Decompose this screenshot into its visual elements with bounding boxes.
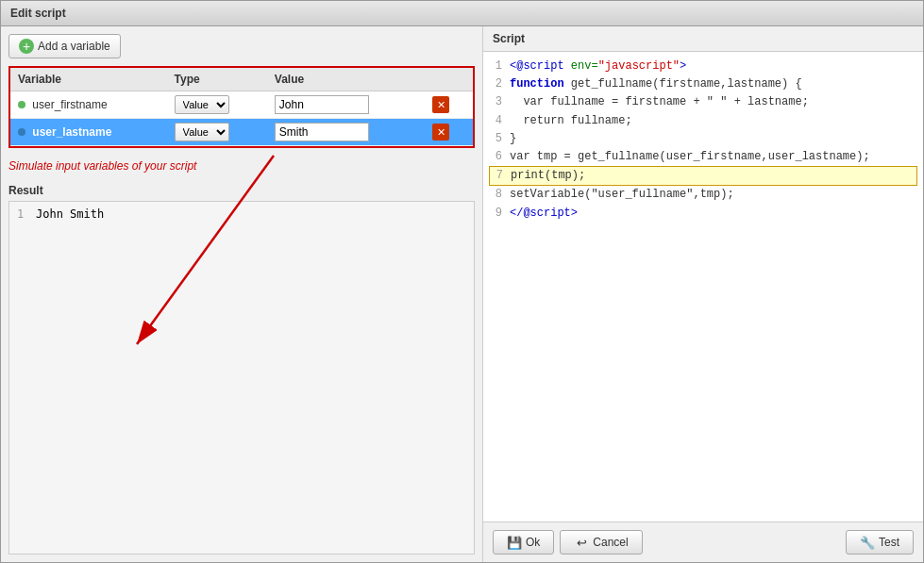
line-number: 5 — [489, 130, 502, 148]
code-line: 4 return fullname; — [489, 112, 917, 130]
line-number: 9 — [489, 205, 502, 223]
edit-script-dialog: Edit script + Add a variable Variable Ty… — [0, 0, 924, 563]
col-header-variable: Variable — [10, 68, 167, 91]
result-section: Result 1 John Smith — [8, 184, 475, 555]
code-content: var fullname = firstname + " " + lastnam… — [510, 93, 809, 111]
var-name-cell: user_lastname — [10, 119, 167, 146]
right-panel: Script 1 <@script env="javascript"> 2 fu… — [482, 26, 923, 562]
result-line: 1 John Smith — [17, 207, 466, 221]
code-line: 6 var tmp = get_fullname(user_firstname,… — [489, 148, 917, 166]
line-number: 4 — [489, 112, 502, 130]
var-type-cell: Value Expr — [167, 119, 267, 146]
cancel-button[interactable]: ↩ Cancel — [560, 530, 642, 555]
var-value-input[interactable] — [275, 123, 369, 141]
code-line: 3 var fullname = firstname + " " + lastn… — [489, 93, 917, 111]
var-name-cell: user_firstname — [10, 91, 167, 119]
col-header-actions — [424, 68, 473, 91]
ok-label: Ok — [526, 536, 540, 549]
add-variable-button[interactable]: + Add a variable — [8, 34, 121, 58]
var-value-cell — [267, 119, 424, 146]
plus-icon: + — [19, 39, 34, 54]
ok-icon: 💾 — [507, 535, 522, 550]
result-line-number: 1 — [17, 207, 32, 221]
code-line: 5 } — [489, 130, 917, 148]
cancel-label: Cancel — [593, 536, 628, 549]
result-box: 1 John Smith — [8, 201, 475, 555]
var-name: user_lastname — [32, 125, 111, 139]
code-content: print(tmp); — [511, 167, 585, 185]
code-line: 8 setVariable("user_fullname",tmp); — [489, 186, 917, 204]
code-line: 9 </@script> — [489, 205, 917, 223]
line-number: 6 — [489, 148, 502, 166]
line-number: 3 — [489, 93, 502, 111]
dialog-body: + Add a variable Variable Type Value — [1, 26, 923, 562]
code-line-highlighted: 7 print(tmp); — [489, 166, 917, 186]
code-area: 1 <@script env="javascript"> 2 function … — [483, 52, 923, 522]
code-content: <@script env="javascript"> — [510, 58, 686, 75]
line-number: 1 — [489, 58, 502, 75]
var-type-cell: Value Expr — [167, 91, 267, 119]
add-variable-label: Add a variable — [38, 40, 110, 53]
footer-left: 💾 Ok ↩ Cancel — [493, 530, 643, 555]
line-number: 7 — [490, 167, 503, 185]
line-number: 2 — [489, 75, 502, 93]
var-delete-cell: ✕ — [424, 91, 473, 119]
var-dot-blue — [18, 128, 25, 136]
var-type-select[interactable]: Value Expr — [175, 95, 229, 114]
ok-button[interactable]: 💾 Ok — [493, 530, 554, 555]
delete-icon: ✕ — [432, 124, 449, 141]
test-button[interactable]: 🔧 Test — [846, 530, 914, 555]
code-line: 2 function get_fullname(firstname,lastna… — [489, 75, 917, 93]
var-dot-green — [18, 101, 25, 108]
code-content: function get_fullname(firstname,lastname… — [510, 75, 802, 93]
test-icon: 🔧 — [860, 535, 875, 550]
var-delete-cell: ✕ — [424, 119, 473, 146]
delete-icon: ✕ — [432, 96, 449, 113]
table-row: user_lastname Value Expr — [10, 119, 473, 146]
left-panel: + Add a variable Variable Type Value — [1, 26, 482, 562]
variables-table: Variable Type Value user_firstname — [10, 68, 473, 146]
table-row: user_firstname Value Expr — [10, 91, 473, 119]
dialog-title: Edit script — [1, 1, 923, 26]
code-line: 1 <@script env="javascript"> — [489, 58, 917, 75]
var-value-cell — [267, 91, 424, 119]
code-content: return fullname; — [510, 112, 632, 130]
result-line-value: John Smith — [36, 207, 104, 221]
code-content: setVariable("user_fullname",tmp); — [510, 186, 734, 204]
test-label: Test — [879, 536, 899, 549]
dialog-footer: 💾 Ok ↩ Cancel 🔧 Test — [483, 522, 923, 562]
code-content: </@script> — [510, 205, 578, 223]
var-value-input[interactable] — [275, 95, 369, 114]
delete-var-button[interactable]: ✕ — [431, 123, 450, 141]
simulate-label: Simulate input variables of your script — [8, 156, 475, 176]
delete-var-button[interactable]: ✕ — [431, 95, 450, 114]
code-content: } — [510, 130, 516, 148]
footer-right: 🔧 Test — [846, 530, 914, 555]
code-content: var tmp = get_fullname(user_firstname,us… — [510, 148, 870, 166]
col-header-type: Type — [167, 68, 267, 91]
var-name: user_firstname — [32, 98, 107, 111]
result-label: Result — [8, 184, 475, 197]
line-number: 8 — [489, 186, 502, 204]
cancel-icon: ↩ — [574, 535, 589, 550]
script-header: Script — [483, 26, 923, 52]
var-type-select[interactable]: Value Expr — [175, 123, 229, 141]
col-header-value: Value — [267, 68, 424, 91]
variables-table-container: Variable Type Value user_firstname — [8, 66, 475, 148]
